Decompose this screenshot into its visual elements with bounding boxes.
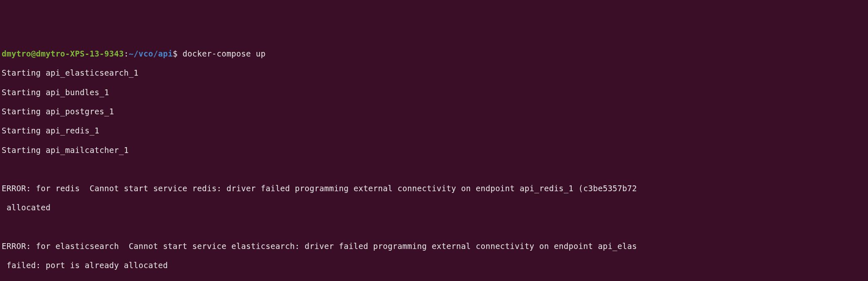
blank-line	[2, 165, 866, 174]
prompt-dollar: $	[173, 49, 178, 58]
prompt-user-host: dmytro@dmytro-XPS-13-9343	[2, 49, 124, 58]
output-starting-5: Starting api_mailcatcher_1	[2, 145, 866, 155]
output-starting-1: Starting api_elasticsearch_1	[2, 68, 866, 78]
blank-line	[2, 222, 866, 232]
prompt-line-1: dmytro@dmytro-XPS-13-9343:~/vco/api$ doc…	[2, 49, 866, 59]
output-starting-3: Starting api_postgres_1	[2, 107, 866, 116]
error-redis-2: allocated	[2, 203, 866, 212]
prompt-sep: :	[124, 49, 129, 58]
prompt-path: ~/vco/api	[129, 49, 173, 58]
error-elastic-1: ERROR: for elasticsearch Cannot start se…	[2, 242, 866, 251]
command-docker-compose: docker-compose up	[182, 49, 266, 58]
error-elastic-2: failed: port is already allocated	[2, 261, 866, 270]
terminal-output[interactable]: dmytro@dmytro-XPS-13-9343:~/vco/api$ doc…	[2, 39, 866, 281]
output-starting-2: Starting api_bundles_1	[2, 88, 866, 97]
output-starting-4: Starting api_redis_1	[2, 126, 866, 136]
error-redis-1: ERROR: for redis Cannot start service re…	[2, 184, 866, 193]
